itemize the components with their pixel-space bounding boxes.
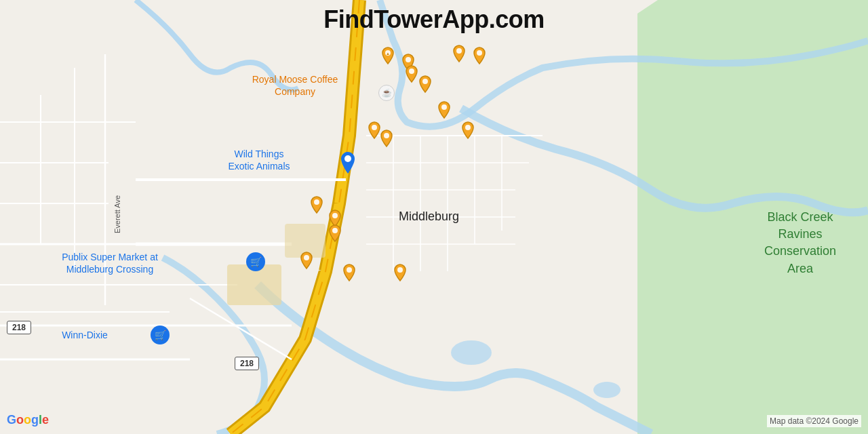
svg-point-40 (332, 213, 338, 218)
svg-point-36 (372, 125, 377, 130)
svg-point-30 (406, 57, 411, 62)
route-218-badge-left: 218 (7, 321, 31, 334)
tower-marker[interactable]: ▲ (380, 46, 396, 65)
tower-marker[interactable] (460, 121, 476, 140)
tower-marker[interactable] (378, 129, 395, 148)
black-creek-label: Black CreekRavinesConservationArea (739, 209, 861, 277)
tower-marker[interactable] (436, 100, 452, 119)
svg-text:▲: ▲ (386, 52, 390, 56)
svg-point-41 (332, 228, 338, 233)
tower-marker[interactable] (471, 46, 488, 65)
tower-marker[interactable] (298, 251, 315, 270)
tower-marker[interactable] (417, 75, 433, 94)
svg-point-43 (347, 267, 352, 273)
royal-moose-label[interactable]: Royal Moose Coffee Company (241, 73, 349, 98)
tower-marker[interactable] (309, 195, 325, 214)
tower-marker[interactable] (392, 263, 408, 282)
wild-things-pin[interactable] (338, 151, 358, 178)
wild-things-label[interactable]: Wild ThingsExotic Animals (201, 148, 317, 172)
winn-dixie-pin[interactable]: 🛒 (151, 326, 170, 344)
tower-marker[interactable] (327, 224, 343, 243)
tower-marker[interactable] (341, 263, 357, 282)
svg-point-35 (441, 104, 447, 110)
winn-dixie-label[interactable]: Winn-Dixie (37, 329, 132, 341)
site-title: FindTowerApp.com (323, 5, 544, 34)
svg-point-44 (397, 267, 403, 273)
coffee-icon[interactable]: ☕ (378, 85, 395, 101)
svg-point-32 (477, 50, 482, 56)
google-attribution: Google (7, 413, 49, 427)
svg-point-39 (314, 199, 319, 205)
svg-point-38 (465, 125, 471, 130)
svg-point-37 (384, 133, 389, 138)
publix-label[interactable]: Publix Super Market atMiddleburg Crossin… (42, 251, 178, 275)
route-218-badge-road: 218 (235, 357, 259, 370)
svg-point-42 (304, 255, 309, 260)
tower-marker[interactable] (451, 44, 467, 63)
map-data-attribution: Map data ©2024 Google (767, 415, 861, 427)
svg-point-34 (422, 79, 428, 84)
map-container: FindTowerApp.com ▲ (0, 0, 868, 434)
svg-point-45 (344, 155, 351, 162)
svg-point-33 (409, 68, 414, 74)
publix-pin[interactable]: 🛒 (246, 252, 265, 271)
middleburg-label: Middleburg (399, 209, 459, 224)
google-logo: Google (7, 413, 49, 427)
svg-point-0 (451, 340, 492, 365)
everett-ave-label: Everett Ave (113, 195, 121, 233)
svg-point-1 (593, 382, 620, 398)
svg-point-31 (456, 48, 462, 54)
